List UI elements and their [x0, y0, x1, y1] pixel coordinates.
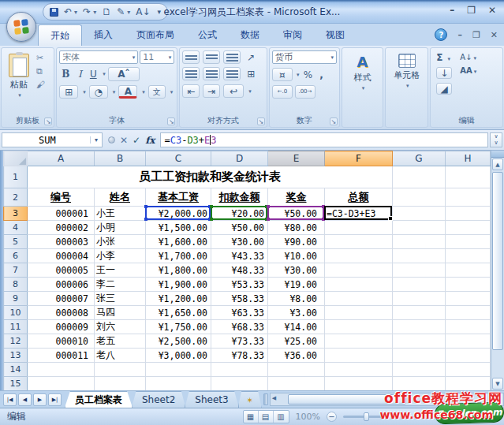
bonus-cell[interactable]: ¥50.00	[268, 207, 325, 221]
row-header-1[interactable]: 1	[4, 166, 28, 188]
row-header-15[interactable]: 15	[4, 377, 28, 391]
employee-name-cell[interactable]: 张三	[95, 292, 146, 306]
employee-name-cell[interactable]: 小王	[95, 207, 146, 221]
employee-id-cell[interactable]: 000003	[28, 235, 95, 249]
format-painter-icon[interactable]: 🖌	[36, 80, 45, 90]
font-size-select[interactable]: 11▾	[140, 50, 174, 64]
wrap-text-button[interactable]: ↩	[223, 84, 244, 98]
table-header-cell[interactable]: 姓名	[95, 188, 146, 207]
align-bottom-button[interactable]	[223, 50, 241, 64]
last-sheet-icon[interactable]: ▶|	[48, 393, 62, 406]
cell[interactable]	[446, 235, 491, 249]
employee-id-cell[interactable]: 000005	[28, 263, 95, 278]
ribbon-tab[interactable]: 开始	[38, 24, 82, 46]
font-color-button[interactable]: A	[118, 85, 137, 99]
scroll-left-icon[interactable]: ◀	[272, 395, 276, 401]
cell[interactable]	[393, 377, 446, 391]
employee-name-cell[interactable]: 老五	[95, 334, 146, 349]
cell[interactable]	[393, 306, 446, 320]
italic-button[interactable]: I	[74, 68, 85, 80]
autosum-button[interactable]: Σ ▾	[436, 52, 452, 63]
cell[interactable]	[146, 377, 211, 391]
row-header-10[interactable]: 10	[4, 306, 28, 320]
cell[interactable]	[28, 377, 95, 391]
table-header-cell[interactable]: 基本工资	[146, 188, 211, 207]
bonus-cell[interactable]: ¥8.00	[268, 292, 325, 306]
bonus-cell[interactable]: ¥3.00	[268, 306, 325, 320]
insert-worksheet-tab[interactable]: ✶	[238, 391, 262, 408]
align-left-button[interactable]	[182, 67, 200, 80]
cut-icon[interactable]: ✂	[36, 53, 45, 63]
sheet-title-cell[interactable]: 员工工资扣款和奖金统计表	[28, 166, 393, 188]
ribbon-tab[interactable]: 视图	[314, 24, 357, 46]
deduction-cell[interactable]: ¥58.33	[211, 292, 268, 306]
column-header-G[interactable]: G	[393, 151, 446, 166]
bonus-cell[interactable]: ¥25.00	[268, 334, 325, 349]
employee-id-cell[interactable]: 000011	[28, 349, 95, 363]
cell[interactable]	[446, 334, 491, 349]
find-select-button[interactable]: AA▾	[460, 66, 476, 75]
decrease-decimal-button[interactable]: .00→	[295, 85, 315, 99]
employee-id-cell[interactable]: 000006	[28, 278, 95, 292]
decrease-indent-button[interactable]: ⇤	[182, 84, 200, 98]
cell[interactable]	[446, 249, 491, 263]
scroll-up-icon[interactable]: ▲	[492, 158, 503, 170]
bonus-cell[interactable]: ¥90.00	[268, 235, 325, 249]
office-button[interactable]	[6, 12, 36, 42]
deduction-cell[interactable]: ¥78.33	[211, 349, 268, 363]
cell[interactable]	[446, 363, 491, 377]
number-dialog-launcher[interactable]: ↘	[330, 117, 338, 125]
base-salary-cell[interactable]: ¥3,000.00	[146, 349, 211, 363]
fill-button[interactable]: ↓	[436, 67, 452, 79]
employee-id-cell[interactable]: 000004	[28, 249, 95, 263]
total-cell[interactable]	[325, 349, 393, 363]
cell[interactable]	[325, 377, 393, 391]
underline-dropdown-icon[interactable]: ▾	[103, 71, 106, 77]
total-cell[interactable]	[325, 249, 393, 263]
help-icon[interactable]: ?	[435, 28, 447, 41]
employee-name-cell[interactable]: 李二	[95, 278, 146, 292]
employee-name-cell[interactable]: 老八	[95, 349, 146, 363]
row-header-3[interactable]: 3	[4, 207, 28, 221]
page-layout-view-icon[interactable]: ▤	[259, 411, 274, 423]
copy-icon[interactable]: ⧉	[36, 66, 45, 76]
employee-name-cell[interactable]: 马四	[95, 306, 146, 320]
borders-button[interactable]: ⊞	[59, 85, 78, 99]
row-header-12[interactable]: 12	[4, 334, 28, 349]
ribbon-tab[interactable]: 页面布局	[125, 24, 186, 46]
orientation-button[interactable]: ↗	[244, 50, 258, 64]
font-size-buttons[interactable]: Aˆ	[108, 67, 140, 81]
row-header-5[interactable]: 5	[4, 235, 28, 249]
clipboard-dialog-launcher[interactable]: ↘	[44, 117, 52, 125]
sort-filter-button[interactable]: A↓▾	[460, 53, 476, 62]
first-sheet-icon[interactable]: |◀	[3, 393, 17, 406]
base-salary-cell[interactable]: ¥1,800.00	[146, 263, 211, 278]
row-header-2[interactable]: 2	[4, 188, 28, 207]
base-salary-cell[interactable]: ¥1,750.00	[146, 320, 211, 334]
column-header-E[interactable]: E	[268, 151, 325, 166]
column-header-B[interactable]: B	[95, 151, 146, 166]
bonus-cell[interactable]: ¥14.00	[268, 320, 325, 334]
cell[interactable]	[393, 188, 446, 207]
paste-dropdown-icon[interactable]: ▾	[18, 92, 21, 99]
cell[interactable]	[446, 320, 491, 334]
base-salary-cell[interactable]: ¥1,650.00	[146, 306, 211, 320]
row-header-13[interactable]: 13	[4, 349, 28, 363]
total-cell[interactable]	[325, 320, 393, 334]
cell[interactable]	[393, 263, 446, 278]
employee-id-cell[interactable]: 000002	[28, 221, 95, 235]
number-format-select[interactable]: 货币▾	[272, 50, 337, 64]
vertical-scroll-thumb[interactable]	[492, 172, 503, 350]
base-salary-cell[interactable]: ¥2,500.00	[146, 334, 211, 349]
row-header-9[interactable]: 9	[4, 292, 28, 306]
underline-button[interactable]: U	[88, 68, 99, 80]
row-header-14[interactable]: 14	[4, 363, 28, 377]
comma-style-button[interactable]: ,	[316, 68, 326, 81]
zoom-level[interactable]: 100%	[296, 412, 320, 422]
cell[interactable]	[393, 278, 446, 292]
name-box[interactable]: SUM ▾	[2, 132, 103, 147]
cell[interactable]	[446, 207, 491, 221]
expand-formula-bar-button[interactable]: ∨∨	[490, 132, 502, 147]
cell[interactable]	[446, 278, 491, 292]
cell[interactable]	[446, 166, 491, 188]
